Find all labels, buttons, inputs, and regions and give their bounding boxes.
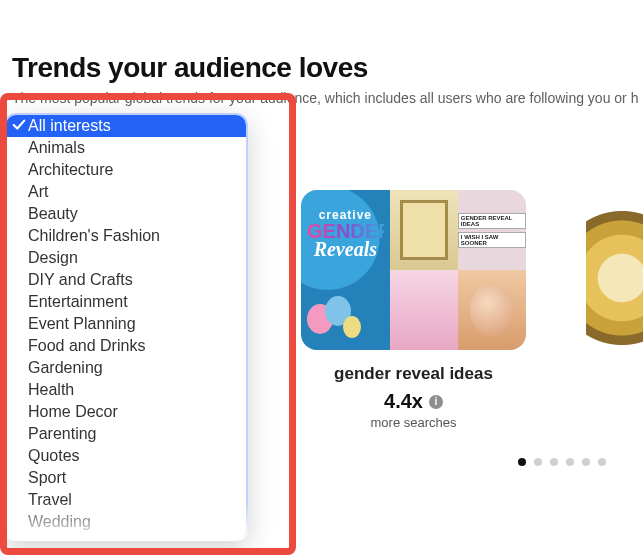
carousel-dot[interactable]: [582, 458, 590, 466]
dropdown-option[interactable]: Home Decor: [6, 401, 246, 423]
carousel-dot[interactable]: [566, 458, 574, 466]
dropdown-option[interactable]: Beauty: [6, 203, 246, 225]
dropdown-option[interactable]: Parenting: [6, 423, 246, 445]
page-root: Trends your audience loves The most popu…: [0, 0, 643, 555]
page-subtitle: The most popular global trends for your …: [12, 90, 643, 106]
dropdown-option-label: Beauty: [28, 205, 78, 223]
dropdown-option[interactable]: Wedding: [6, 511, 246, 533]
trend-card[interactable]: creative GENDER Reveals GENDER REVEAL ID…: [301, 190, 526, 430]
thumb-tile: [390, 190, 458, 270]
carousel-dots[interactable]: [518, 458, 606, 466]
dropdown-option-label: Event Planning: [28, 315, 136, 333]
dropdown-option-label: Food and Drinks: [28, 337, 145, 355]
dropdown-option-label: Home Decor: [28, 403, 118, 421]
dropdown-option-label: Wedding: [28, 513, 91, 531]
balloons-graphic: [307, 284, 377, 344]
dropdown-option[interactable]: Quotes: [6, 445, 246, 467]
dropdown-option-label: Children's Fashion: [28, 227, 160, 245]
thumb-tile: GENDER REVEAL IDEAS I WISH I SAW SOONER: [458, 190, 526, 270]
dropdown-option[interactable]: Gardening: [6, 357, 246, 379]
dropdown-option[interactable]: All interests: [6, 115, 246, 137]
carousel-dot[interactable]: [550, 458, 558, 466]
carousel-dot[interactable]: [534, 458, 542, 466]
dropdown-option-label: Quotes: [28, 447, 80, 465]
dropdown-option[interactable]: Children's Fashion: [6, 225, 246, 247]
trend-card[interactable]: [586, 190, 643, 430]
dropdown-option-label: Gardening: [28, 359, 103, 377]
trend-card-metric: 4.4x i: [384, 390, 443, 413]
dropdown-option[interactable]: Travel: [6, 489, 246, 511]
dropdown-listbox[interactable]: All interestsAnimalsArchitectureArtBeaut…: [4, 113, 248, 541]
dropdown-option-label: Entertainment: [28, 293, 128, 311]
thumb-text: creative GENDER Reveals: [307, 208, 384, 258]
trend-card-sublabel: more searches: [371, 415, 457, 430]
dropdown-option[interactable]: Entertainment: [6, 291, 246, 313]
thumb-tile: [458, 270, 526, 350]
dropdown-option-label: Animals: [28, 139, 85, 157]
trend-thumbnail[interactable]: creative GENDER Reveals GENDER REVEAL ID…: [301, 190, 526, 350]
dropdown-option-label: Design: [28, 249, 78, 267]
dropdown-option-label: All interests: [28, 117, 111, 135]
dropdown-option-label: Parenting: [28, 425, 97, 443]
trend-thumbnail[interactable]: [586, 190, 643, 350]
dropdown-option-label: Architecture: [28, 161, 113, 179]
dropdown-option[interactable]: Animals: [6, 137, 246, 159]
thumb-tile: creative GENDER Reveals: [301, 190, 390, 350]
dropdown-option-label: Health: [28, 381, 74, 399]
dropdown-option[interactable]: Sport: [6, 467, 246, 489]
dropdown-option[interactable]: Architecture: [6, 159, 246, 181]
trend-card-title: gender reveal ideas: [334, 364, 493, 384]
info-icon[interactable]: i: [429, 395, 443, 409]
thumb-tile: [390, 270, 458, 350]
dropdown-option[interactable]: Event Planning: [6, 313, 246, 335]
dropdown-option-label: Art: [28, 183, 48, 201]
interest-filter-dropdown[interactable]: All interestsAnimalsArchitectureArtBeaut…: [4, 113, 248, 541]
carousel-dot[interactable]: [598, 458, 606, 466]
check-icon: [12, 118, 26, 132]
page-title: Trends your audience loves: [12, 52, 643, 84]
dropdown-option[interactable]: Design: [6, 247, 246, 269]
metric-value: 4.4x: [384, 390, 423, 413]
carousel-dot[interactable]: [518, 458, 526, 466]
dropdown-option[interactable]: Health: [6, 379, 246, 401]
dropdown-option[interactable]: DIY and Crafts: [6, 269, 246, 291]
dropdown-option[interactable]: Art: [6, 181, 246, 203]
dropdown-option-label: Travel: [28, 491, 72, 509]
dropdown-option[interactable]: Food and Drinks: [6, 335, 246, 357]
dropdown-option-label: Sport: [28, 469, 66, 487]
dropdown-option-label: DIY and Crafts: [28, 271, 133, 289]
